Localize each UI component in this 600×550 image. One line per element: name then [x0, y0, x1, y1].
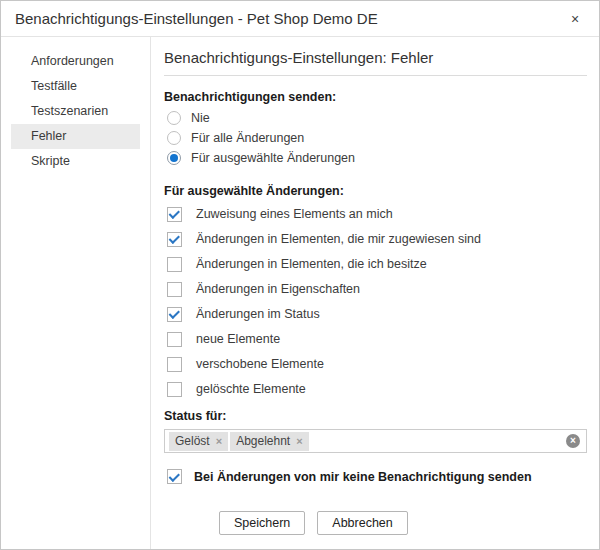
checkbox-icon[interactable]	[167, 207, 182, 222]
checkbox-option[interactable]: verschobene Elemente	[164, 356, 587, 372]
dialog-body: AnforderungenTestfälleTestszenarienFehle…	[1, 37, 599, 549]
checkbox-option-label: Änderungen im Status	[196, 307, 320, 321]
radio-icon[interactable]	[167, 111, 181, 125]
checkbox-option[interactable]: Änderungen im Status	[164, 306, 587, 322]
radio-option-label: Für alle Änderungen	[191, 131, 304, 145]
send-radio-group: NieFür alle ÄnderungenFür ausgewählte Än…	[164, 108, 587, 168]
status-tag-label: Gelöst	[175, 434, 210, 448]
checkbox-option[interactable]: Änderungen in Elementen, die mir zugewie…	[164, 231, 587, 247]
send-group-label: Benachrichtigungen senden:	[164, 90, 587, 104]
checkbox-option-label: neue Elemente	[196, 332, 280, 346]
radio-option[interactable]: Für ausgewählte Änderungen	[164, 148, 587, 168]
checkbox-option[interactable]: Änderungen in Eigenschaften	[164, 281, 587, 297]
radio-icon[interactable]	[167, 151, 181, 165]
sidebar-item-testfälle[interactable]: Testfälle	[11, 74, 140, 99]
checkbox-option-label: Zuweisung eines Elements an mich	[196, 207, 393, 221]
titlebar: Benachrichtigungs-Einstellungen - Pet Sh…	[1, 1, 599, 37]
save-button[interactable]: Speichern	[219, 511, 305, 535]
checkbox-icon[interactable]	[167, 382, 182, 397]
checkbox-option[interactable]: neue Elemente	[164, 331, 587, 347]
checkbox-icon[interactable]	[167, 232, 182, 247]
sidebar-item-anforderungen[interactable]: Anforderungen	[11, 49, 140, 74]
radio-option-label: Nie	[191, 111, 210, 125]
checkbox-option[interactable]: Zuweisung eines Elements an mich	[164, 206, 587, 222]
checkbox-icon[interactable]	[167, 332, 182, 347]
status-tag: Gelöst×	[169, 432, 228, 451]
suppress-own-row[interactable]: Bei Änderungen von mir keine Benachricht…	[164, 469, 587, 484]
notification-settings-dialog: Benachrichtigungs-Einstellungen - Pet Sh…	[0, 0, 600, 550]
radio-icon[interactable]	[167, 131, 181, 145]
sidebar-item-fehler[interactable]: Fehler	[11, 124, 140, 149]
radio-option[interactable]: Für alle Änderungen	[164, 128, 587, 148]
window-title: Benachrichtigungs-Einstellungen - Pet Sh…	[15, 10, 565, 27]
checkbox-option[interactable]: Änderungen in Elementen, die ich besitze	[164, 256, 587, 272]
changes-checkbox-group: Zuweisung eines Elements an michÄnderung…	[164, 206, 587, 397]
checkbox-icon[interactable]	[167, 257, 182, 272]
page-title: Benachrichtigungs-Einstellungen: Fehler	[164, 49, 587, 66]
status-tag: Abgelehnt×	[230, 432, 308, 451]
checkbox-option-label: Änderungen in Eigenschaften	[196, 282, 360, 296]
checkbox-icon[interactable]	[167, 307, 182, 322]
status-tag-label: Abgelehnt	[236, 434, 290, 448]
sidebar: AnforderungenTestfälleTestszenarienFehle…	[1, 37, 151, 549]
radio-option[interactable]: Nie	[164, 108, 587, 128]
tag-remove-icon[interactable]: ×	[216, 435, 222, 447]
radio-option-label: Für ausgewählte Änderungen	[191, 151, 355, 165]
cancel-button[interactable]: Abbrechen	[317, 511, 407, 535]
button-row: Speichern Abbrechen	[164, 511, 587, 535]
status-tag-input[interactable]: Gelöst×Abgelehnt× ×	[164, 429, 587, 453]
sidebar-item-skripte[interactable]: Skripte	[11, 149, 140, 174]
checkbox-option-label: Änderungen in Elementen, die mir zugewie…	[196, 232, 481, 246]
changes-group-label: Für ausgewählte Änderungen:	[164, 184, 587, 198]
checkbox-option[interactable]: gelöschte Elemente	[164, 381, 587, 397]
status-group-label: Status für:	[164, 409, 587, 423]
checkbox-option-label: Änderungen in Elementen, die ich besitze	[196, 257, 427, 271]
checkbox-icon[interactable]	[167, 357, 182, 372]
sidebar-item-testszenarien[interactable]: Testszenarien	[11, 99, 140, 124]
checkbox-option-label: verschobene Elemente	[196, 357, 324, 371]
suppress-own-label: Bei Änderungen von mir keine Benachricht…	[194, 470, 532, 484]
main-content: Benachrichtigungs-Einstellungen: Fehler …	[151, 37, 599, 549]
suppress-own-checkbox[interactable]	[167, 469, 182, 484]
tag-remove-icon[interactable]: ×	[296, 435, 302, 447]
checkbox-icon[interactable]	[167, 282, 182, 297]
heading-divider	[164, 75, 587, 76]
clear-all-icon[interactable]: ×	[566, 434, 580, 448]
checkbox-option-label: gelöschte Elemente	[196, 382, 306, 396]
close-icon[interactable]: ×	[565, 9, 585, 29]
